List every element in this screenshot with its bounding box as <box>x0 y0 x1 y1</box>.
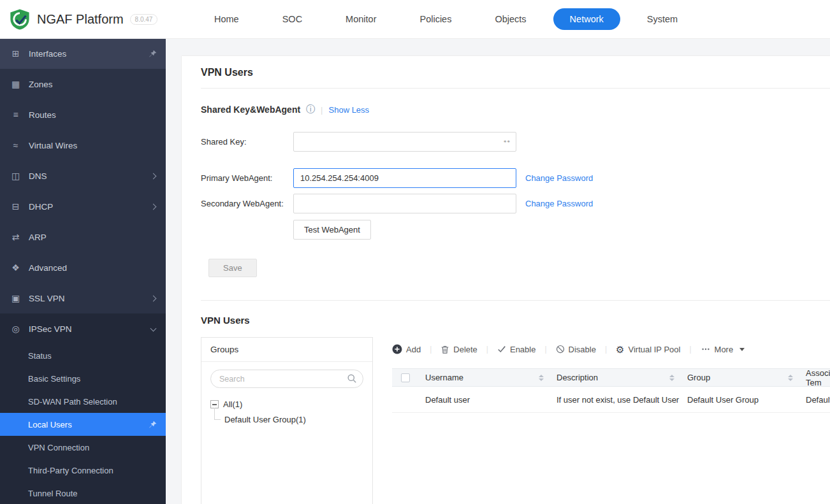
shared-key-row: Shared Key: ⁎⁎ <box>201 132 830 152</box>
delete-button[interactable]: Delete <box>440 345 477 354</box>
sidebar-subitem-label: Local Users <box>28 420 72 429</box>
sidebar-item-dhcp[interactable]: ⊟ DHCP <box>0 191 166 222</box>
advanced-icon: ❖ <box>10 263 21 273</box>
toolbar-divider: | <box>544 345 546 354</box>
sidebar-item-ssl-vpn[interactable]: ▣ SSL VPN <box>0 283 166 313</box>
nav-monitor[interactable]: Monitor <box>329 8 393 30</box>
sidebar-subitem-local-users[interactable]: Local Users <box>0 413 166 436</box>
main-area: VPN Users Shared Key&WebAgent ⓘ | Show L… <box>166 38 830 504</box>
page-title: VPN Users <box>201 56 830 89</box>
nav-policies[interactable]: Policies <box>403 8 468 30</box>
nav-soc[interactable]: SOC <box>266 8 319 30</box>
sidebar: ⊞ Interfaces ▦ Zones ≡ Routes ≈ Virtual … <box>0 38 166 504</box>
sidebar-item-label: Interfaces <box>29 49 66 59</box>
shared-key-input[interactable] <box>293 132 516 152</box>
sidebar-item-label: Virtual Wires <box>29 141 77 150</box>
toolbar-divider: | <box>689 345 691 354</box>
groups-search-input[interactable] <box>210 370 363 388</box>
tree-node-all[interactable]: All(1) <box>210 400 363 409</box>
sidebar-item-virtual-wires[interactable]: ≈ Virtual Wires <box>0 130 166 161</box>
toolbar-divider: | <box>605 345 607 354</box>
routes-icon: ≡ <box>10 110 21 120</box>
plus-circle-icon <box>392 344 402 354</box>
top-header: NGAF Platform 8.0.47 Home SOC Monitor Po… <box>0 0 830 38</box>
nav-home[interactable]: Home <box>198 8 256 30</box>
sidebar-item-label: DHCP <box>29 202 53 212</box>
sort-icon[interactable] <box>788 375 793 381</box>
chevron-right-icon <box>150 173 157 179</box>
pin-icon[interactable] <box>149 50 157 58</box>
caret-down-icon <box>739 348 745 351</box>
header-username[interactable]: Username <box>419 373 550 382</box>
info-icon[interactable]: ⓘ <box>306 104 315 115</box>
sidebar-subitem-tunnel-route[interactable]: Tunnel Route <box>0 482 166 504</box>
table-row[interactable]: Default user If user not exist, use Defa… <box>392 387 830 413</box>
enable-button[interactable]: Enable <box>497 345 535 354</box>
header-description[interactable]: Description <box>550 373 681 382</box>
tree-node-label: All(1) <box>223 400 242 409</box>
nav-system[interactable]: System <box>630 8 694 30</box>
app-logo-shield-icon <box>9 8 31 30</box>
sidebar-subitem-label: VPN Connection <box>28 443 89 452</box>
vpn-users-body: Groups All(1) <box>201 337 830 504</box>
disable-button[interactable]: Disable <box>556 345 596 354</box>
sidebar-subitem-third-party-connection[interactable]: Third-Party Connection <box>0 459 166 482</box>
users-table-area: Add | Delete | <box>392 337 830 413</box>
sort-icon[interactable] <box>539 375 544 381</box>
sidebar-subitem-basic-settings[interactable]: Basic Settings <box>0 367 166 390</box>
toolbar-divider: | <box>486 345 488 354</box>
save-button[interactable]: Save <box>208 259 257 277</box>
nav-objects[interactable]: Objects <box>478 8 542 30</box>
select-all-checkbox[interactable] <box>401 373 410 382</box>
virtual-ip-pool-button[interactable]: ⚙ Virtual IP Pool <box>616 345 680 354</box>
trash-icon <box>440 345 449 354</box>
header-associated-template[interactable]: Associated Tem <box>799 368 830 387</box>
sidebar-item-routes[interactable]: ≡ Routes <box>0 99 166 130</box>
app-version-badge: 8.0.47 <box>130 14 158 25</box>
shared-key-label: Shared Key: <box>201 137 293 147</box>
chevron-down-icon <box>150 326 157 332</box>
sidebar-subitem-sdwan-path-selection[interactable]: SD-WAN Path Selection <box>0 390 166 413</box>
search-icon[interactable] <box>347 373 357 384</box>
dns-icon: ◫ <box>10 171 21 181</box>
change-password-link-primary[interactable]: Change Password <box>525 173 593 183</box>
secondary-webagent-input[interactable] <box>293 194 516 213</box>
tree-node-default-user-group[interactable]: Default User Group(1) <box>224 415 363 424</box>
virtual-wires-icon: ≈ <box>10 140 21 150</box>
sidebar-item-ipsec-vpn[interactable]: ◎ IPSec VPN <box>0 313 166 344</box>
sidebar-subitem-status[interactable]: Status <box>0 344 166 367</box>
interfaces-icon: ⊞ <box>10 48 21 59</box>
groups-tree: All(1) Default User Group(1) <box>201 394 372 429</box>
top-nav: Home SOC Monitor Policies Objects Networ… <box>198 8 694 30</box>
gear-icon: ⚙ <box>616 345 624 354</box>
sidebar-item-label: ARP <box>29 233 47 242</box>
primary-webagent-input[interactable] <box>293 168 516 188</box>
sidebar-subitem-label: Status <box>28 351 52 361</box>
app-root: NGAF Platform 8.0.47 Home SOC Monitor Po… <box>0 0 830 504</box>
pin-icon[interactable] <box>149 421 157 429</box>
add-button[interactable]: Add <box>392 344 421 354</box>
ssl-vpn-icon: ▣ <box>10 293 21 303</box>
sidebar-item-zones[interactable]: ▦ Zones <box>0 69 166 99</box>
groups-panel: Groups All(1) <box>201 337 373 504</box>
primary-webagent-input-wrap <box>293 168 516 188</box>
show-less-link[interactable]: Show Less <box>329 105 370 115</box>
sidebar-item-dns[interactable]: ◫ DNS <box>0 161 166 191</box>
sort-icon[interactable] <box>669 375 674 381</box>
sidebar-item-advanced[interactable]: ❖ Advanced <box>0 252 166 283</box>
nav-network[interactable]: Network <box>553 8 620 30</box>
cell-username: Default user <box>419 395 550 405</box>
sidebar-subitem-vpn-connection[interactable]: VPN Connection <box>0 436 166 459</box>
change-password-link-secondary[interactable]: Change Password <box>525 199 593 208</box>
primary-webagent-row: Primary WebAgent: Change Password <box>201 168 830 188</box>
cell-description: If user not exist, use Default User <box>550 395 681 405</box>
sidebar-item-interfaces[interactable]: ⊞ Interfaces <box>0 38 166 69</box>
sidebar-item-label: IPSec VPN <box>29 324 72 334</box>
header-group[interactable]: Group <box>681 373 799 382</box>
sidebar-item-label: SSL VPN <box>29 294 65 303</box>
toolbar-divider: | <box>430 345 432 354</box>
primary-webagent-label: Primary WebAgent: <box>201 173 293 183</box>
test-webagent-button[interactable]: Test WebAgent <box>293 220 371 240</box>
more-button[interactable]: More <box>701 345 745 354</box>
sidebar-item-arp[interactable]: ⇄ ARP <box>0 222 166 252</box>
